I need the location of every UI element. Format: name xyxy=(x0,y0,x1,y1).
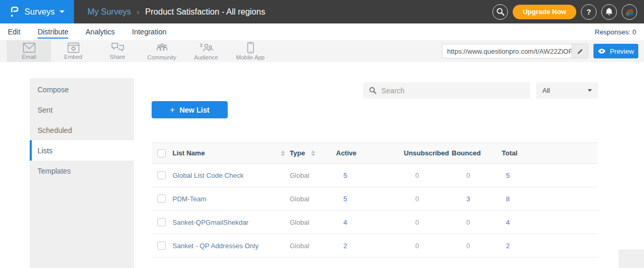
responses-count: Responses: 0 xyxy=(595,28,639,36)
cell-total[interactable]: 5 xyxy=(506,172,510,179)
table-row: Sanket - QP Addresses Only Global 2 0 0 … xyxy=(152,234,598,258)
list-name-link[interactable]: Global List Code Check xyxy=(172,172,244,179)
channel-label: Embed xyxy=(64,54,82,60)
row-checkbox[interactable] xyxy=(157,241,166,250)
sidebar-item-compose[interactable]: Compose xyxy=(30,79,134,100)
new-list-button[interactable]: + New List xyxy=(152,101,228,118)
tab-edit[interactable]: Edit xyxy=(8,25,20,39)
tab-integration[interactable]: Integration xyxy=(132,25,166,39)
sidebar-item-scheduled[interactable]: Scheduled xyxy=(30,120,134,140)
filter-value: All xyxy=(542,87,550,94)
bottom-right-panel xyxy=(618,249,644,268)
column-header-total: Total xyxy=(502,143,598,164)
embed-icon xyxy=(67,42,80,53)
preview-button[interactable]: Preview xyxy=(593,44,638,58)
column-header-list-name[interactable]: List Name xyxy=(172,149,205,157)
list-search-input[interactable] xyxy=(381,87,524,95)
plus-icon: + xyxy=(170,105,175,115)
channel-email[interactable]: Email xyxy=(7,40,51,62)
list-type: Global xyxy=(290,242,309,250)
row-checkbox[interactable] xyxy=(157,194,166,203)
row-checkbox[interactable] xyxy=(157,218,166,226)
list-type: Global xyxy=(290,195,309,203)
row-checkbox[interactable] xyxy=(157,171,166,179)
breadcrumb: My Surveys › Product Satisfaction - All … xyxy=(88,7,265,17)
cell-total[interactable]: 8 xyxy=(506,195,510,203)
cell-unsubscribed: 0 xyxy=(415,218,419,226)
search-icon xyxy=(369,87,377,94)
cell-active[interactable]: 5 xyxy=(343,172,347,179)
table-row: Sanket-QPGmailShekdar Global 4 0 0 4 xyxy=(152,211,598,234)
table-row: Global List Code Check Global 5 0 0 5 xyxy=(152,164,598,187)
cell-active[interactable]: 4 xyxy=(343,218,347,226)
breadcrumb-separator: › xyxy=(137,7,140,16)
list-filter-dropdown[interactable]: All xyxy=(536,82,598,99)
list-type: Global xyxy=(290,172,309,179)
notifications-button[interactable] xyxy=(601,4,617,20)
select-all-checkbox[interactable] xyxy=(157,149,166,157)
cell-unsubscribed: 0 xyxy=(415,195,419,203)
cell-bounced: 0 xyxy=(466,242,470,250)
column-header-type[interactable]: Type xyxy=(290,149,305,157)
cell-total[interactable]: 2 xyxy=(506,242,510,250)
cell-bounced[interactable]: 3 xyxy=(466,195,470,203)
list-table-body: Global List Code Check Global 5 0 0 5 PD… xyxy=(152,164,598,258)
edit-url-button[interactable] xyxy=(572,44,588,58)
channel-label: Audience xyxy=(194,54,218,60)
list-name-link[interactable]: Sanket-QPGmailShekdar xyxy=(172,218,249,226)
list-name-link[interactable]: Sanket - QP Addresses Only xyxy=(172,242,258,250)
table-header-row: List Name Type Active xyxy=(152,143,598,164)
breadcrumb-my-surveys[interactable]: My Surveys xyxy=(88,7,131,17)
channel-label: Mobile App xyxy=(236,54,264,60)
sort-icon[interactable] xyxy=(311,151,315,156)
column-header-bounced: Bounced xyxy=(452,143,502,164)
top-header: Surveys My Surveys › Product Satisfactio… xyxy=(0,0,644,23)
column-header-active: Active xyxy=(336,143,404,164)
lists-table: List Name Type Active xyxy=(152,142,598,258)
account-menu[interactable] xyxy=(622,4,637,20)
chevron-down-icon xyxy=(59,10,65,13)
list-name-link[interactable]: PDM-Team xyxy=(172,195,206,203)
cell-bounced: 0 xyxy=(466,218,470,226)
channel-community[interactable]: Community xyxy=(140,40,184,62)
channel-label: Share xyxy=(110,54,125,60)
channel-share[interactable]: Share xyxy=(95,40,140,62)
bell-icon xyxy=(605,7,613,16)
sidebar-item-templates[interactable]: Templates xyxy=(30,161,134,181)
cell-unsubscribed: 0 xyxy=(415,172,419,179)
channel-embed[interactable]: Embed xyxy=(51,40,95,62)
sidebar-item-lists[interactable]: Lists xyxy=(30,140,134,161)
survey-url-input[interactable] xyxy=(442,44,572,58)
email-sidebar: Compose Sent Scheduled Lists Templates xyxy=(30,78,134,268)
list-type: Global xyxy=(290,218,309,226)
main-area: Compose Sent Scheduled Lists Templates A… xyxy=(0,62,644,268)
email-icon xyxy=(22,42,36,53)
avatar xyxy=(624,7,635,17)
community-icon xyxy=(155,42,169,54)
preview-label: Preview xyxy=(610,47,634,55)
channel-mobile-app[interactable]: Mobile App xyxy=(228,40,273,62)
chevron-down-icon xyxy=(588,89,592,92)
list-controls: All xyxy=(152,82,598,99)
share-icon xyxy=(111,42,125,53)
tab-analytics[interactable]: Analytics xyxy=(85,25,115,39)
column-header-unsubscribed: Unsubscribed xyxy=(404,143,452,164)
pencil-icon xyxy=(577,48,584,55)
survey-url-field xyxy=(442,44,588,58)
product-switcher[interactable]: Surveys xyxy=(0,0,74,23)
help-icon: ? xyxy=(587,8,591,16)
cell-active[interactable]: 5 xyxy=(343,195,347,203)
search-button[interactable] xyxy=(492,4,508,20)
channel-label: Community xyxy=(147,54,177,60)
sort-icon[interactable] xyxy=(281,151,285,156)
tab-distribute[interactable]: Distribute xyxy=(38,25,68,39)
survey-title: Product Satisfaction - All regions xyxy=(145,7,265,17)
cell-total[interactable]: 4 xyxy=(506,218,510,226)
list-search-box xyxy=(363,82,530,99)
help-button[interactable]: ? xyxy=(581,4,597,20)
cell-active[interactable]: 2 xyxy=(343,242,347,250)
channel-audience[interactable]: $ Audience xyxy=(184,40,228,62)
cell-bounced: 0 xyxy=(466,172,470,179)
sidebar-item-sent[interactable]: Sent xyxy=(30,100,134,120)
upgrade-button[interactable]: Upgrade Now xyxy=(513,5,576,19)
